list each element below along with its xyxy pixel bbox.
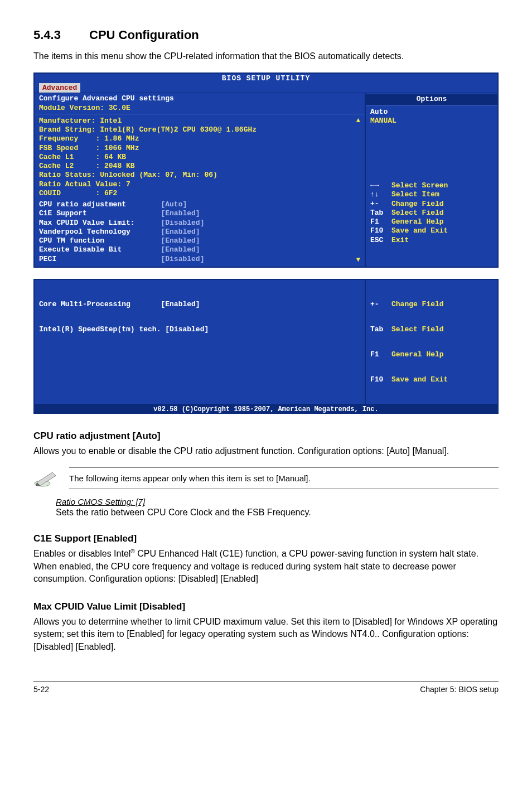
bios-title: BIOS SETUP UTILITY: [35, 74, 497, 83]
page-number: 5-22: [33, 685, 49, 694]
registered-mark: ®: [130, 548, 134, 554]
options-header: Options: [366, 94, 497, 105]
bios-info-row: Cache L2 : 2048 KB: [39, 162, 360, 171]
nav-hint: ←→Select Screen: [370, 181, 493, 190]
nav-hint: F1General Help: [370, 350, 493, 359]
bios-setting-row[interactable]: Execute Disable Bit [Enabled]: [39, 245, 360, 254]
nav-hint: ↑↓Select Item: [370, 190, 493, 199]
page-footer: 5-22 Chapter 5: BIOS setup: [33, 681, 499, 694]
section-number: 5.4.3: [33, 28, 89, 42]
bios-info-row: Manufacturer: Intel: [39, 117, 360, 125]
bios-setting-row[interactable]: PECI [Disabled]: [39, 255, 360, 264]
sub3-paragraph: Allows you to determine whether to limit…: [33, 616, 499, 653]
bios-info-row: Cache L1 : 64 KB: [39, 153, 360, 162]
bios2-left: Core Multi-Processing [Enabled] Intel(R)…: [35, 280, 366, 404]
bios-info-row: Frequency : 1.86 MHz: [39, 134, 360, 143]
nav-hint: TabSelect Field: [370, 209, 493, 218]
options-auto[interactable]: Auto: [370, 108, 493, 117]
subhead-cpu-ratio: CPU ratio adjustment [Auto]: [33, 431, 499, 442]
nav-hint: TabSelect Field: [370, 325, 493, 334]
bios-conf-line2: Module Version: 3C.0E: [39, 104, 360, 113]
bios-setting-row[interactable]: Intel(R) SpeedStep(tm) tech. [Disabled]: [39, 325, 360, 334]
scroll-down-icon[interactable]: ▼: [356, 256, 360, 264]
ratio-cmos-desc: Sets the ratio between CPU Core Clock an…: [56, 508, 499, 518]
bios-info-row: Ratio Actual Value: 7: [39, 180, 360, 189]
options-manual[interactable]: MANUAL: [370, 117, 493, 125]
bios-conf-line1: Configure Advanced CPU settings: [39, 94, 360, 103]
bios-info-row: Ratio Status: Unlocked (Max: 07, Min: 06…: [39, 171, 360, 180]
bios-setting-row[interactable]: CPU ratio adjustment [Auto]: [39, 200, 360, 209]
bios-tabbar: Advanced: [35, 83, 497, 93]
bios-panel-secondary: Core Multi-Processing [Enabled] Intel(R)…: [33, 279, 499, 405]
bios-setting-row[interactable]: Core Multi-Processing [Enabled]: [39, 300, 360, 308]
bios-tab-advanced[interactable]: Advanced: [39, 83, 80, 93]
nav-hint: +-Change Field: [370, 200, 493, 209]
section-title: CPU Configuration: [89, 28, 199, 42]
bios-setting-row[interactable]: Max CPUID Value Limit: [Disabled]: [39, 219, 360, 228]
chapter-label: Chapter 5: BIOS setup: [420, 685, 499, 694]
bios-setting-row[interactable]: Vanderpool Technology [Enabled]: [39, 228, 360, 236]
bios-info-row: FSB Speed : 1066 MHz: [39, 144, 360, 153]
bios-right-pane: Options Auto MANUAL ←→Select Screen ↑↓Se…: [366, 93, 497, 267]
nav-hint: F10Save and Exit: [370, 226, 493, 235]
bios-setting-row[interactable]: C1E Support [Enabled]: [39, 209, 360, 218]
scroll-up-icon[interactable]: ▲: [356, 117, 360, 125]
note-text: The following items appear only when thi…: [69, 467, 499, 489]
pencil-icon: [33, 470, 58, 487]
nav-hint: ESCExit: [370, 236, 493, 245]
section-heading: 5.4.3CPU Configuration: [33, 28, 499, 42]
subhead-c1e: C1E Support [Enabled]: [33, 533, 499, 544]
sub2-paragraph: Enables or disables Intel® CPU Enhanced …: [33, 548, 499, 586]
subhead-max-cpuid: Max CPUID Value Limit [Disabled]: [33, 601, 499, 612]
bios2-right: +-Change Field TabSelect Field F1General…: [366, 280, 497, 404]
sub1-paragraph: Allows you to enable or disable the CPU …: [33, 445, 499, 457]
note-row: The following items appear only when thi…: [33, 467, 499, 489]
bios-left-pane: Configure Advanced CPU settings Module V…: [35, 93, 366, 267]
ratio-cmos-label: Ratio CMOS Setting: [7]: [56, 497, 499, 506]
nav-hint: F1General Help: [370, 218, 493, 226]
intro-paragraph: The items in this menu show the CPU-rela…: [33, 50, 499, 62]
nav-hint: F10Save and Exit: [370, 375, 493, 384]
bios-panel: BIOS SETUP UTILITY Advanced Configure Ad…: [33, 73, 499, 268]
bios-copyright: v02.58 (C)Copyright 1985-2007, American …: [33, 405, 499, 414]
nav-hint: +-Change Field: [370, 300, 493, 308]
bios-info-row: COUID : 6F2: [39, 189, 360, 198]
bios-setting-row[interactable]: CPU TM function [Enabled]: [39, 236, 360, 245]
bios-info-row: Brand String: Intel(R) Core(TM)2 CPU 630…: [39, 125, 360, 134]
